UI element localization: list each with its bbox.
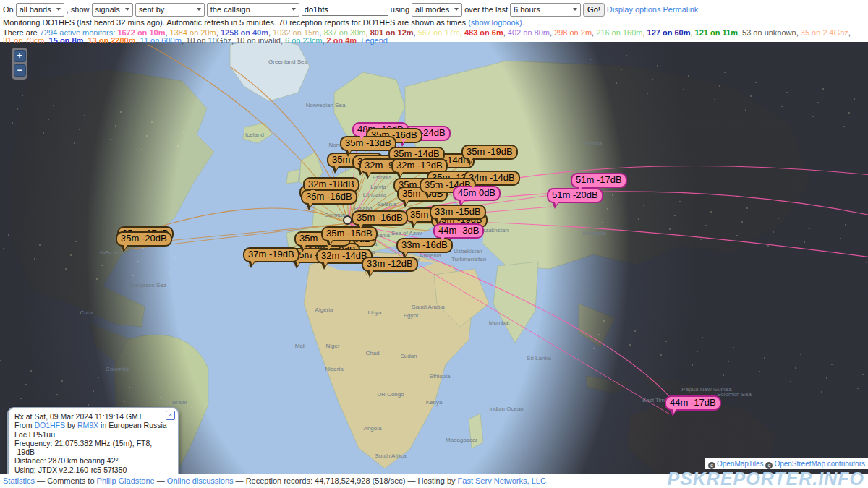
text-segment: — (155, 476, 167, 485)
mode-select[interactable]: all modes (412, 3, 462, 17)
map-place-label: South Africa (375, 453, 406, 459)
sent-by-select[interactable]: sent by (135, 3, 205, 17)
using-label: using (391, 5, 409, 14)
sent-by-select-value: sent by (139, 5, 164, 14)
link[interactable]: Fast Serv Networks, LLC (458, 476, 546, 485)
link[interactable]: Statistics (3, 476, 35, 485)
chevron-down-icon (573, 8, 577, 11)
text-segment: Monitoring DO1HFS (last heard 32 mins ag… (3, 18, 468, 27)
chevron-down-icon (56, 8, 61, 11)
text-segment: From (14, 421, 34, 429)
report-balloon[interactable]: 35m -13dB (340, 136, 396, 151)
display-options-link[interactable]: Display options (607, 5, 661, 14)
map-place-label: Libya (367, 309, 381, 316)
band-select[interactable]: all bands (16, 3, 64, 17)
monitor-band-count: 10 on invalid (236, 36, 281, 45)
report-balloon[interactable]: 51m -20dB (547, 188, 603, 203)
pskreporter-watermark: PSKREPORTER.INFO (667, 468, 864, 488)
map-place-label: DR Congo (377, 391, 404, 398)
map-place-label: Kenya (426, 399, 443, 406)
callsign-input[interactable] (302, 4, 388, 16)
monitor-band-count: 298 on 2m (554, 28, 592, 37)
map-place-label: Saudi Arabia (412, 304, 444, 310)
zoom-in-button[interactable]: + (14, 50, 26, 62)
go-button[interactable]: Go! (583, 3, 605, 17)
map-place-label: Sargasso Sea (130, 282, 166, 288)
permalink-link[interactable]: Permalink (663, 5, 698, 14)
legend-link[interactable]: Legend (361, 36, 388, 45)
report-balloon[interactable]: 35m -16dB (352, 210, 408, 226)
report-balloon[interactable]: 51m -17dB (571, 173, 627, 188)
map-place-label: Sudan (400, 353, 417, 359)
report-balloon[interactable]: 37m -19dB (243, 247, 299, 262)
map-place-label: Mumbai (489, 320, 509, 326)
query-toolbar: On all bands , show signals sent by the … (0, 0, 868, 42)
signals-select[interactable]: signals (92, 3, 133, 17)
map-place-label: Lithuania (363, 192, 386, 198)
map-place-label: Brazil (172, 399, 187, 406)
monitor-band-count: 216 on 160m (596, 28, 642, 37)
link[interactable]: (show logbook) (468, 18, 522, 27)
monitor-band-count: 483 on 6m (464, 28, 503, 37)
monitor-band-count: 567 on 17m (418, 28, 460, 37)
mode-select-value: all modes (415, 5, 449, 14)
map-place-label: Russia (584, 140, 602, 147)
monitor-band-count: 31 on 70cm (3, 36, 44, 45)
map-place-label: Belarus (377, 201, 396, 207)
map-place-label: Algeria (315, 307, 333, 313)
chevron-down-icon (125, 8, 129, 11)
report-balloon[interactable]: 45m 0dB (453, 186, 501, 201)
report-balloon[interactable]: 33m -16dB (396, 238, 453, 253)
map-place-label: Cuba (80, 309, 93, 316)
close-icon[interactable]: × (166, 411, 175, 420)
link[interactable]: Online discussions (167, 476, 234, 485)
monitor-band-count: 35 on 2.4Ghz (801, 28, 848, 37)
report-balloon[interactable]: 35m -15dB (321, 226, 378, 241)
map-place-label: Indian Ocean (489, 406, 524, 412)
monitor-band-count: 127 on 60m (647, 28, 691, 37)
text-segment: . (522, 18, 524, 27)
chevron-down-icon (454, 8, 459, 11)
map-attribution: cOpenMapTiles cOpenStreetMap contributor… (705, 458, 868, 469)
world-map[interactable]: Greenland SeaNorwegian SeaIcelandNorwayS… (0, 0, 868, 488)
openmaptiles-link[interactable]: OpenMapTiles (717, 460, 764, 468)
map-place-label: Chad (365, 350, 379, 356)
report-balloon[interactable]: 35m -19dB (461, 145, 518, 160)
map-place-label: Uzbekistan (454, 248, 482, 254)
monitor-band-count: 53 on unknown (742, 28, 796, 37)
show-label: , show (67, 5, 90, 14)
band-select-value: all bands (20, 5, 51, 14)
link[interactable]: RM9X (77, 421, 98, 429)
callsign-type-value: the callsign (210, 5, 250, 14)
chevron-down-icon (292, 8, 296, 11)
monitor-band-count: 2 on 4m (327, 36, 357, 45)
monitor-band-count: 15 on 8m (49, 36, 84, 45)
signals-select-value: signals (95, 5, 120, 14)
map-place-label: Solomon Sea (717, 391, 752, 398)
zoom-out-button[interactable]: − (14, 64, 26, 77)
monitor-band-count: 11 on 600m (140, 36, 182, 45)
map-place-label: Colombia (106, 366, 130, 372)
pskreporter-page: Greenland SeaNorwegian SeaIcelandNorwayS… (0, 0, 868, 488)
active-monitors-line: There are 7294 active monitors: 1672 on … (3, 29, 868, 45)
map-place-label: Latvia (370, 184, 386, 190)
monitor-band-count: 121 on 11m (695, 28, 738, 37)
map-place-label: Egypt (404, 312, 418, 319)
timespan-select[interactable]: 6 hours (510, 3, 581, 17)
popup-frequency: Frequency: 21.075.382 MHz (15m), FT8, -1… (14, 439, 172, 457)
map-place-label: Sea of Azov (391, 230, 422, 236)
map-place-label: Madagascar (446, 437, 477, 443)
report-balloon[interactable]: 33m -15dB (430, 205, 486, 220)
popup-from-by: From DO1HFS by RM9X in European Russia L… (14, 421, 172, 439)
callsign-type-select[interactable]: the callsign (207, 3, 299, 17)
report-balloon[interactable]: 33m -12dB (362, 257, 418, 272)
popup-rx-time: Rx at Sat, 09 Mar 2024 11:19:14 GMT (14, 412, 172, 421)
link[interactable]: DO1HFS (34, 421, 65, 429)
map-zoom-control: + − (12, 48, 27, 80)
openstreetmap-link[interactable]: OpenStreetMap contributors (774, 460, 865, 468)
report-balloon[interactable]: 44m -17dB (665, 395, 721, 411)
propagation-arcs (124, 45, 868, 402)
monitor-band-count: 13 on 2200m (88, 36, 135, 45)
monitor-band-count: 402 on 80m (508, 28, 550, 37)
link[interactable]: Philip Gladstone (97, 476, 155, 485)
